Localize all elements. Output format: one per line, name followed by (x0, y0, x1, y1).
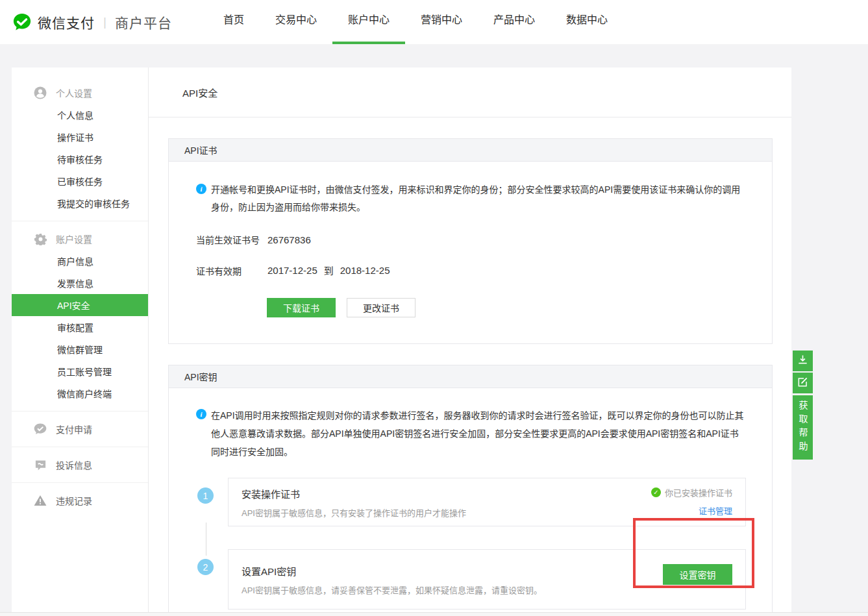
sidebar-group-violation-record: 违规记录 (12, 482, 148, 518)
sidebar-item-wechat-group-management[interactable]: 微信群管理 (12, 338, 148, 360)
certificate-info-row: i 开通帐号和更换API证书时，由微信支付签发，用来标识和界定你的身份；部分安全… (196, 181, 746, 216)
brand-separator: | (103, 15, 106, 29)
certificate-number-label: 当前生效证书号 (196, 233, 267, 246)
set-api-key-button[interactable]: 设置密钥 (663, 564, 732, 585)
sidebar-header-label: 个人设置 (56, 86, 92, 99)
step-1-number-badge: 1 (197, 487, 214, 504)
sidebar-group-account-settings: 账户设置 商户信息 发票信息 API安全 审核配置 微信群管理 员工账号管理 微… (12, 221, 148, 411)
validity-separator: 到 (324, 264, 334, 277)
warning-triangle-icon (34, 494, 47, 507)
brand-name: 微信支付 (38, 12, 95, 32)
api-key-card-header: API密钥 (169, 365, 772, 388)
download-certificate-button[interactable]: 下载证书 (267, 298, 336, 317)
nav-tab-transaction-center[interactable]: 交易中心 (260, 0, 332, 44)
sidebar-item-operation-certificate[interactable]: 操作证书 (12, 126, 148, 148)
api-key-info-text: 在API调用时用来按照指定规则对你的请求参数进行签名，服务器收到你的请求时会进行… (211, 406, 746, 461)
sidebar-group-payment-application: 支付申请 (12, 411, 148, 447)
brand-platform-name: 商户平台 (115, 12, 172, 32)
edit-icon (797, 376, 808, 390)
certificate-management-link[interactable]: 证书管理 (699, 504, 732, 517)
wechat-bubble-icon (34, 423, 47, 436)
sidebar-item-api-security[interactable]: API安全 (12, 294, 148, 316)
api-key-info-row: i 在API调用时用来按照指定规则对你的请求参数进行签名，服务器收到你的请求时会… (196, 406, 746, 461)
step-2-number-badge: 2 (197, 559, 214, 575)
page-title: API安全 (182, 86, 217, 99)
floating-toolbar: 获取帮助 (793, 351, 813, 461)
status-text: 你已安装操作证书 (665, 486, 732, 499)
sidebar-item-invoice-info[interactable]: 发票信息 (12, 272, 148, 294)
step-1-status-area: ✓ 你已安装操作证书 证书管理 (651, 486, 732, 517)
certificate-buttons-row: 下载证书 更改证书 (267, 298, 746, 317)
horizontal-scrollbar[interactable] (0, 612, 868, 616)
step-install-certificate: 1 安装操作证书 API密钥属于敏感信息，只有安装了操作证书的用户才能操作 ✓ … (197, 478, 746, 526)
feedback-tool-button[interactable] (793, 373, 813, 393)
change-certificate-button[interactable]: 更改证书 (347, 298, 415, 317)
get-help-label: 获取帮助 (797, 400, 810, 455)
nav-tab-marketing-center[interactable]: 营销中心 (405, 0, 478, 44)
sidebar-item-review-config[interactable]: 审核配置 (12, 316, 148, 338)
sidebar-header-personal-settings[interactable]: 个人设置 (12, 82, 148, 104)
check-circle-icon: ✓ (651, 487, 661, 497)
sidebar-header-violation-record[interactable]: 违规记录 (12, 489, 148, 511)
certificate-installed-status: ✓ 你已安装操作证书 (651, 486, 732, 499)
api-certificate-card-body: i 开通帐号和更换API证书时，由微信支付签发，用来标识和界定你的身份；部分安全… (169, 162, 772, 343)
main-content: API安全 API证书 i 开通帐号和更换API证书时，由微信支付签发，用来标识… (148, 68, 791, 612)
api-key-card-body: i 在API调用时用来按照指定规则对你的请求参数进行签名，服务器收到你的请求时会… (169, 388, 772, 612)
sidebar-item-reviewed-tasks[interactable]: 已审核任务 (12, 170, 148, 192)
sidebar-header-label: 投诉信息 (56, 458, 92, 471)
sidebar-header-complaint-info[interactable]: 投诉信息 (12, 454, 148, 476)
certificate-info-text: 开通帐号和更换API证书时，由微信支付签发，用来标识和界定你的身份；部分安全性要… (211, 181, 746, 216)
sidebar-item-merchant-info[interactable]: 商户信息 (12, 250, 148, 272)
brand-logo[interactable]: 微信支付 | 商户平台 (12, 0, 172, 44)
step-2-description: API密钥属于敏感信息，请妥善保管不要泄露，如果怀疑信息泄露，请重设密钥。 (242, 584, 732, 596)
api-certificate-card: API证书 i 开通帐号和更换API证书时，由微信支付签发，用来标识和界定你的身… (168, 138, 773, 344)
sidebar-header-payment-application[interactable]: 支付申请 (12, 418, 148, 440)
api-key-steps: 1 安装操作证书 API密钥属于敏感信息，只有安装了操作证书的用户才能操作 ✓ … (196, 478, 746, 610)
api-certificate-card-header: API证书 (169, 139, 772, 162)
validity-start-date: 2017-12-25 (267, 265, 317, 276)
step-set-api-key: 2 设置API密钥 API密钥属于敏感信息，请妥善保管不要泄露，如果怀疑信息泄露… (197, 549, 746, 610)
sidebar-header-label: 支付申请 (56, 423, 92, 436)
page-title-row: API安全 (149, 68, 791, 117)
api-key-card: API密钥 i 在API调用时用来按照指定规则对你的请求参数进行签名，服务器收到… (168, 365, 773, 612)
user-icon (34, 86, 47, 99)
sidebar-item-wechat-merchant-terminal[interactable]: 微信商户终端 (12, 382, 148, 404)
sidebar-group-personal-settings: 个人设置 个人信息 操作证书 待审核任务 已审核任务 我提交的审核任务 (12, 68, 148, 221)
nav-tab-home[interactable]: 首页 (208, 0, 260, 44)
step-2-title: 设置API密钥 (242, 564, 732, 578)
nav-tab-product-center[interactable]: 产品中心 (478, 0, 551, 44)
nav-tab-account-center[interactable]: 账户中心 (332, 0, 405, 44)
certificate-number-row: 当前生效证书号 26767836 (196, 233, 746, 246)
get-help-button[interactable]: 获取帮助 (793, 395, 813, 460)
step-2-box: 设置API密钥 API密钥属于敏感信息，请妥善保管不要泄露，如果怀疑信息泄露，请… (228, 549, 746, 610)
sidebar-group-complaint-info: 投诉信息 (12, 447, 148, 482)
sidebar-header-account-settings[interactable]: 账户设置 (12, 228, 148, 250)
certificate-number-value: 26767836 (267, 234, 311, 245)
main-nav: 首页 交易中心 账户中心 营销中心 产品中心 数据中心 (208, 0, 623, 44)
sidebar-item-pending-review-tasks[interactable]: 待审核任务 (12, 148, 148, 170)
sidebar-item-personal-info[interactable]: 个人信息 (12, 104, 148, 126)
comment-icon (34, 458, 47, 471)
top-header: 微信支付 | 商户平台 首页 交易中心 账户中心 营销中心 产品中心 数据中心 (0, 0, 868, 44)
validity-end-date: 2018-12-25 (340, 265, 390, 276)
sidebar-header-label: 账户设置 (56, 232, 92, 245)
download-icon (797, 354, 808, 368)
sidebar-item-my-submitted-review-tasks[interactable]: 我提交的审核任务 (12, 192, 148, 214)
gear-icon (34, 232, 47, 245)
sidebar-header-label: 违规记录 (56, 494, 92, 507)
download-tool-button[interactable] (793, 351, 813, 371)
nav-tab-data-center[interactable]: 数据中心 (551, 0, 623, 44)
wechat-pay-logo-icon (12, 12, 32, 32)
certificate-validity-row: 证书有效期 2017-12-25 到 2018-12-25 (196, 264, 746, 277)
certificate-validity-label: 证书有效期 (196, 264, 267, 277)
sidebar: 个人设置 个人信息 操作证书 待审核任务 已审核任务 我提交的审核任务 账户设置… (12, 68, 148, 612)
info-icon: i (196, 184, 206, 194)
sidebar-item-staff-account-management[interactable]: 员工账号管理 (12, 360, 148, 382)
info-icon: i (196, 409, 206, 419)
step-1-box: 安装操作证书 API密钥属于敏感信息，只有安装了操作证书的用户才能操作 ✓ 你已… (228, 478, 746, 526)
